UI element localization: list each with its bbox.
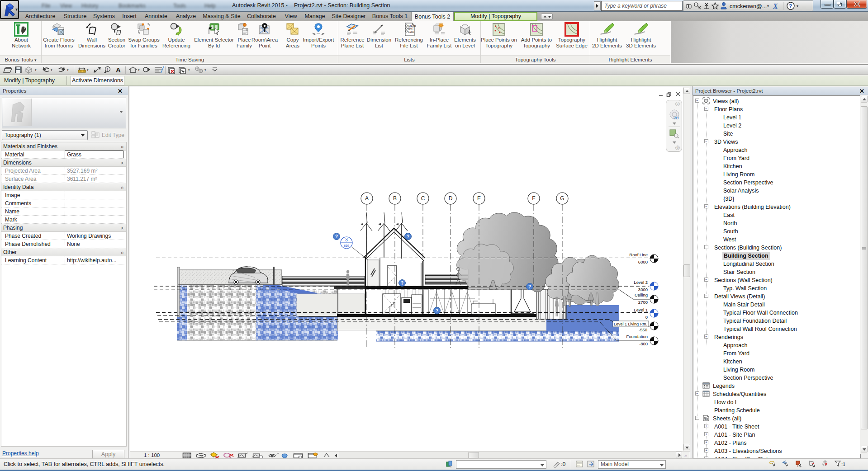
svg-text:▾: ▾ [188, 68, 190, 71]
svg-text:2700: 2700 [638, 300, 648, 305]
svg-text:CAD: CAD [408, 30, 414, 33]
svg-text:1: 1 [107, 68, 109, 71]
svg-text:3: 3 [345, 237, 348, 242]
svg-text:▾: ▾ [67, 68, 69, 71]
svg-text:6000: 6000 [638, 259, 648, 264]
svg-text:3000: 3000 [638, 287, 648, 292]
svg-text:B: B [393, 195, 397, 202]
svg-text:▾: ▾ [138, 68, 140, 71]
svg-text:?: ? [407, 234, 409, 239]
svg-text::1: :1 [841, 462, 845, 467]
svg-text:Roof Line: Roof Line [629, 252, 648, 257]
svg-text:?: ? [436, 308, 438, 313]
svg-text:?: ? [789, 3, 792, 9]
svg-text:Ceiling: Ceiling [635, 292, 648, 297]
svg-text:A: A [116, 66, 121, 74]
svg-text:?: ? [528, 284, 531, 289]
svg-text:-800: -800 [639, 341, 648, 346]
svg-text:?: ? [401, 281, 403, 286]
svg-text:cmckeown@...: cmckeown@... [730, 3, 767, 9]
svg-text:X: X [773, 2, 778, 10]
svg-text:?: ? [335, 234, 338, 239]
svg-text:D: D [449, 195, 453, 202]
svg-text:-550: -550 [639, 327, 647, 332]
svg-text:▾: ▾ [87, 68, 89, 71]
svg-text:Level 1: Level 1 [634, 307, 648, 312]
svg-text:▾: ▾ [797, 4, 798, 8]
svg-text:610: 610 [344, 244, 349, 247]
svg-text:Level 1 Living Rm.: Level 1 Living Rm. [614, 322, 647, 326]
svg-text:E: E [477, 195, 481, 202]
svg-text:G: G [560, 195, 564, 202]
svg-text:-1: -1 [468, 30, 470, 33]
svg-text:▾: ▾ [204, 68, 206, 71]
svg-text:▾: ▾ [51, 68, 52, 71]
svg-text:F: F [532, 195, 535, 202]
svg-text:▾: ▾ [35, 68, 37, 71]
svg-text:▾: ▾ [767, 4, 769, 8]
svg-text:0: 0 [645, 315, 648, 320]
svg-text:Level 2: Level 2 [634, 280, 648, 285]
svg-text:A: A [365, 195, 369, 202]
svg-text:C: C [421, 195, 425, 202]
svg-text:Foundation: Foundation [626, 334, 648, 339]
